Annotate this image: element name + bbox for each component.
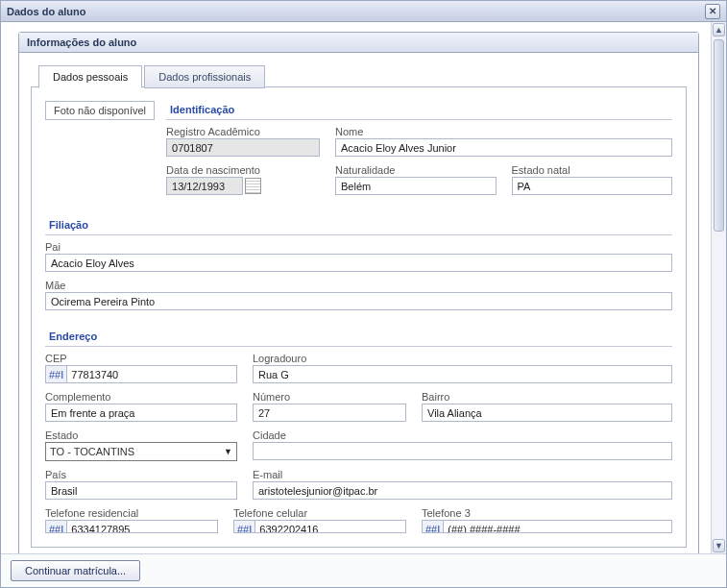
field-pais[interactable]: Brasil <box>45 481 237 500</box>
field-tel-res[interactable]: ##I6334127895 <box>45 520 218 533</box>
label-nome: Nome <box>335 126 672 137</box>
label-pai: Pai <box>45 241 672 253</box>
cep-mask-prefix: ##I <box>46 366 67 383</box>
scroll-up-icon[interactable]: ▲ <box>713 23 725 37</box>
tab-strip: Dados pessoais Dados profissionais <box>31 64 687 87</box>
tel3-value: (##) ####-#### <box>448 524 520 533</box>
tel-res-value: 6334127895 <box>71 524 130 533</box>
window-title: Dados do aluno <box>7 6 705 17</box>
continue-enrollment-button[interactable]: Continuar matrícula... <box>11 560 140 581</box>
tab-professional[interactable]: Dados profissionais <box>144 65 265 88</box>
field-nome[interactable]: Acacio Eloy Alves Junior <box>335 138 672 157</box>
tel-res-mask-prefix: ##I <box>46 521 67 533</box>
identification-block: Identificação Registro Acadêmico 0701807… <box>166 101 672 203</box>
field-numero[interactable]: 27 <box>253 404 406 422</box>
select-estado-value: TO - TOCANTINS <box>50 446 134 457</box>
label-estado: Estado <box>45 429 237 441</box>
label-mae: Mãe <box>45 280 672 291</box>
label-pais: País <box>45 469 237 480</box>
section-identification: Identificação <box>166 101 672 120</box>
section-filiation: Filiação <box>45 216 672 235</box>
vertical-scrollbar[interactable]: ▲ ▼ <box>711 22 726 553</box>
field-logradouro[interactable]: Rua G <box>253 365 672 383</box>
tel-cel-mask-prefix: ##I <box>234 521 255 533</box>
label-tel-cel: Telefone celular <box>233 507 406 519</box>
field-cep[interactable]: ##I77813740 <box>45 365 237 383</box>
label-estado-natal: Estado natal <box>512 164 673 176</box>
label-naturalidade: Naturalidade <box>335 164 497 176</box>
label-complemento: Complemento <box>45 391 237 403</box>
field-tel3[interactable]: ##I(##) ####-#### <box>422 520 672 533</box>
tab-personal[interactable]: Dados pessoais <box>38 65 142 88</box>
window-footer: Continuar matrícula... <box>1 553 726 587</box>
label-data-nasc: Data de nascimento <box>166 164 320 176</box>
photo-column: Foto não disponível <box>45 101 155 203</box>
chevron-down-icon: ▼ <box>224 447 232 456</box>
label-bairro: Bairro <box>422 391 672 403</box>
field-mae[interactable]: Ocirema Pereira Pinto <box>45 292 672 310</box>
label-registro: Registro Acadêmico <box>166 126 320 137</box>
select-estado[interactable]: TO - TOCANTINS ▼ <box>45 442 237 461</box>
section-address: Endereço <box>45 328 672 347</box>
calendar-icon[interactable] <box>245 178 261 194</box>
field-naturalidade[interactable]: Belém <box>335 177 497 195</box>
panel-body: Dados pessoais Dados profissionais Foto … <box>19 53 698 553</box>
scroll-area: Informações do aluno Dados pessoais Dado… <box>1 22 711 553</box>
tel3-mask-prefix: ##I <box>423 521 444 533</box>
field-tel-cel[interactable]: ##I6392202416 <box>233 520 406 533</box>
scroll-down-icon[interactable]: ▼ <box>713 539 725 552</box>
label-tel3: Telefone 3 <box>422 507 672 519</box>
label-logradouro: Logradouro <box>253 353 672 364</box>
student-data-window: Dados do aluno ✕ Informações do aluno Da… <box>0 0 727 588</box>
identification-row: Foto não disponível Identificação Regist… <box>45 101 672 203</box>
label-tel-res: Telefone residencial <box>45 507 218 519</box>
student-info-panel: Informações do aluno Dados pessoais Dado… <box>18 32 699 553</box>
field-email[interactable]: aristotelesjunior@itpac.br <box>253 481 672 500</box>
label-email: E-mail <box>253 469 672 480</box>
field-complemento[interactable]: Em frente a praça <box>45 404 237 422</box>
tab-content-personal: Foto não disponível Identificação Regist… <box>31 86 687 548</box>
field-bairro[interactable]: Vila Aliança <box>422 404 672 422</box>
field-data-nasc[interactable]: 13/12/1993 <box>166 177 243 195</box>
field-pai[interactable]: Acacio Eloy Alves <box>45 254 672 272</box>
photo-placeholder: Foto não disponível <box>45 101 155 120</box>
label-numero: Número <box>253 391 406 403</box>
cep-value: 77813740 <box>71 369 118 380</box>
label-cep: CEP <box>45 353 237 364</box>
label-cidade: Cidade <box>253 429 672 441</box>
field-cidade[interactable] <box>253 442 672 460</box>
panel-title: Informações do aluno <box>19 33 698 53</box>
window-titlebar: Dados do aluno ✕ <box>1 1 726 22</box>
window-body: Informações do aluno Dados pessoais Dado… <box>1 22 726 553</box>
field-registro: 0701807 <box>166 138 320 157</box>
field-estado-natal[interactable]: PA <box>512 177 673 195</box>
close-icon[interactable]: ✕ <box>705 4 720 19</box>
scroll-thumb[interactable] <box>714 39 724 232</box>
tel-cel-value: 6392202416 <box>259 524 318 533</box>
